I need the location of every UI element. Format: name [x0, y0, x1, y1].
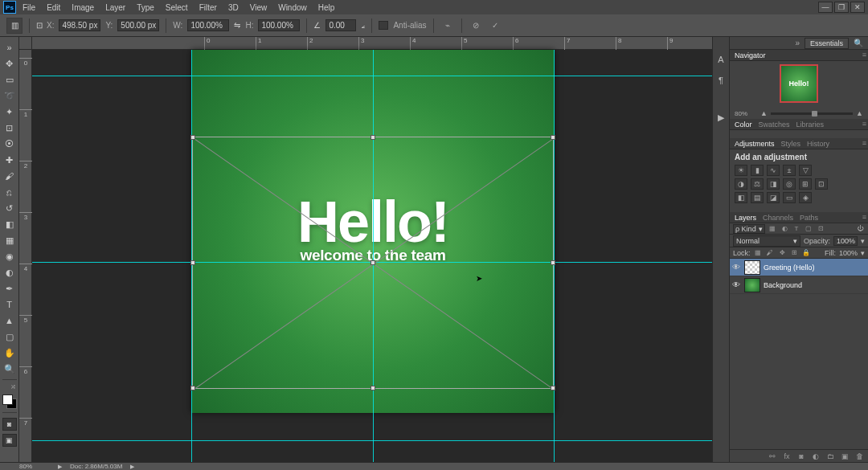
new-group-icon[interactable]: 🗀 [825, 452, 836, 461]
chevron-right-icon[interactable]: ▶ [58, 464, 62, 470]
colorlookup-icon[interactable]: ⊡ [815, 178, 828, 190]
layer-name[interactable]: Greeting (Hello) [764, 264, 815, 272]
link-icon[interactable]: ⇋ [234, 21, 240, 30]
menu-select[interactable]: Select [161, 2, 193, 14]
zoom-slider[interactable]: 80% ▲ ▲ [735, 109, 863, 117]
new-adjustment-icon[interactable]: ◐ [810, 452, 821, 461]
lock-pixels-icon[interactable]: 🖌 [766, 248, 775, 257]
guide-horizontal[interactable] [32, 440, 712, 441]
chevron-down-icon[interactable]: ▾ [861, 249, 865, 257]
quick-mask-icon[interactable]: ◙ [2, 418, 17, 431]
rectangle-tool-icon[interactable]: ▢ [2, 329, 18, 344]
filter-adjust-icon[interactable]: ◐ [780, 224, 789, 234]
filter-kind-select[interactable]: ρ Kind▾ [733, 224, 765, 234]
tab-adjustments[interactable]: Adjustments [735, 140, 775, 148]
menu-layer[interactable]: Layer [100, 2, 130, 14]
guide-vertical[interactable] [373, 50, 374, 462]
filter-pixel-icon[interactable]: ▦ [768, 224, 777, 234]
layers-panel-head[interactable]: Layers Channels Paths ≡ [730, 212, 868, 223]
brush-tool-icon[interactable]: 🖌 [2, 169, 18, 183]
blur-tool-icon[interactable]: ◉ [2, 249, 18, 264]
link-layers-icon[interactable]: ⚯ [767, 452, 778, 461]
status-zoom[interactable]: 80% [19, 463, 50, 470]
y-input[interactable] [117, 19, 159, 31]
screen-mode-icon[interactable]: ▣ [2, 434, 17, 447]
zoom-tool-icon[interactable]: 🔍 [2, 362, 18, 376]
layer-row[interactable]: 👁 Greeting (Hello) [730, 259, 868, 276]
x-input[interactable] [59, 19, 100, 31]
color-swatch[interactable] [2, 394, 17, 409]
close-button[interactable]: ✕ [850, 2, 865, 13]
layer-thumbnail[interactable] [744, 278, 760, 292]
eraser-tool-icon[interactable]: ◧ [2, 217, 18, 231]
ruler-vertical[interactable]: 0 1 2 3 4 5 6 7 [19, 37, 32, 462]
menu-window[interactable]: Window [273, 2, 312, 14]
menu-file[interactable]: File [18, 2, 40, 14]
posterize-icon[interactable]: ▤ [751, 192, 764, 203]
photofilter-icon[interactable]: ◎ [783, 178, 796, 190]
type-tool-icon[interactable]: T [2, 297, 18, 312]
menu-view[interactable]: View [245, 2, 272, 14]
selectivecolor-icon[interactable]: ◈ [799, 192, 812, 203]
tab-navigator[interactable]: Navigator [735, 51, 766, 59]
lock-artboard-icon[interactable]: ⊞ [790, 248, 799, 257]
bw-icon[interactable]: ◨ [767, 178, 780, 190]
foreground-color[interactable] [2, 394, 13, 405]
ruler-horizontal[interactable]: 0 1 2 3 4 5 6 7 8 9 [32, 37, 712, 50]
quick-select-tool-icon[interactable]: ✦ [2, 104, 18, 119]
move-tool-icon[interactable]: ✥ [2, 56, 18, 71]
eyedropper-tool-icon[interactable]: ⦿ [2, 137, 18, 151]
antialias-checkbox[interactable] [379, 21, 388, 30]
minimize-button[interactable]: — [818, 2, 833, 13]
dodge-tool-icon[interactable]: ◐ [2, 265, 18, 280]
layer-style-icon[interactable]: fx [781, 452, 792, 461]
tool-preset-icon[interactable]: ▥ [6, 18, 23, 34]
menu-3d[interactable]: 3D [223, 2, 244, 14]
filter-type-icon[interactable]: T [792, 224, 801, 234]
commit-transform-icon[interactable]: ✓ [488, 19, 502, 32]
menu-filter[interactable]: Filter [194, 2, 222, 14]
crop-tool-icon[interactable]: ⊡ [2, 121, 18, 135]
layer-row[interactable]: 👁 Background [730, 276, 868, 294]
exposure-icon[interactable]: ± [783, 165, 796, 176]
maximize-button[interactable]: ❐ [834, 2, 849, 13]
layer-mask-icon[interactable]: ◙ [796, 452, 807, 461]
filter-smart-icon[interactable]: ⊡ [816, 224, 825, 234]
guide-horizontal[interactable] [32, 262, 712, 263]
blend-mode-select[interactable]: Normal▾ [733, 235, 800, 247]
lock-transparency-icon[interactable]: ▦ [754, 248, 763, 257]
gradientmap-icon[interactable]: ▭ [783, 192, 796, 203]
path-select-tool-icon[interactable]: ▲ [2, 313, 18, 328]
lasso-tool-icon[interactable]: ➰ [2, 88, 18, 103]
menu-edit[interactable]: Edit [42, 2, 65, 14]
hue-icon[interactable]: ◑ [735, 178, 747, 190]
new-layer-icon[interactable]: ▣ [839, 452, 850, 461]
vibrance-icon[interactable]: ▽ [799, 165, 812, 176]
tab-color[interactable]: Color [735, 121, 752, 129]
zoom-out-icon[interactable]: ▲ [760, 109, 768, 117]
expand-arrows-icon[interactable]: » [2, 40, 18, 55]
tab-layers[interactable]: Layers [735, 214, 756, 222]
paragraph-panel-icon[interactable]: ¶ [714, 74, 727, 87]
lock-position-icon[interactable]: ✥ [778, 248, 787, 257]
tab-paths[interactable]: Paths [800, 214, 818, 222]
gradient-tool-icon[interactable]: ▦ [2, 233, 18, 247]
opacity-input[interactable]: 100% [833, 236, 858, 246]
hand-tool-icon[interactable]: ✋ [2, 345, 18, 360]
marquee-tool-icon[interactable]: ▭ [2, 72, 18, 87]
filter-switch-icon[interactable]: ⏻ [855, 224, 865, 234]
navigator-panel-head[interactable]: Navigator ≡ [730, 50, 868, 61]
layer-name[interactable]: Background [764, 281, 802, 289]
guide-vertical[interactable] [554, 50, 555, 462]
warp-mode-icon[interactable]: ⌁ [440, 19, 455, 32]
invert-icon[interactable]: ◧ [735, 192, 747, 203]
tab-history[interactable]: History [807, 140, 829, 148]
w-input[interactable] [187, 19, 229, 31]
pen-tool-icon[interactable]: ✒ [2, 281, 18, 296]
panel-menu-icon[interactable]: ≡ [862, 213, 866, 221]
brightness-icon[interactable]: ☀ [735, 165, 747, 176]
clone-stamp-tool-icon[interactable]: ⎌ [2, 185, 18, 199]
menu-type[interactable]: Type [132, 2, 159, 14]
reference-point-icon[interactable]: ⊡ [36, 21, 42, 30]
guide-vertical[interactable] [191, 50, 192, 462]
